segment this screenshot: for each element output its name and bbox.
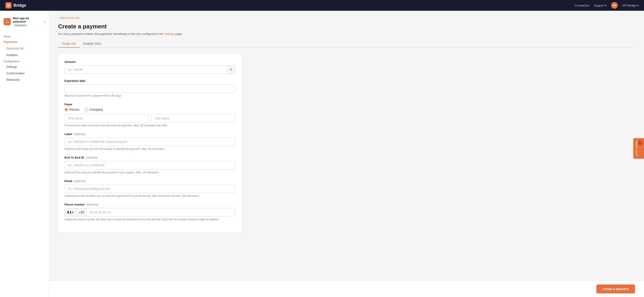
back-link[interactable]: ‹ Back to the list xyxy=(58,16,635,19)
phone-label: Phone number (Optional) xyxy=(64,203,236,206)
expiration-input[interactable]: 2025/02/13, 12:00 AM xyxy=(64,84,236,93)
whats-new-badge: 5 xyxy=(638,141,642,145)
create-payment-button[interactable]: Create a payment xyxy=(596,285,635,294)
phone-hint: Adding the phone number will allow you t… xyxy=(64,218,236,221)
e2e-field-group: End To End ID (Optional) Optional ID to … xyxy=(64,156,236,174)
payer-radio-group: Person Company xyxy=(64,108,236,111)
payer-label: Payer xyxy=(64,103,236,106)
label-input[interactable] xyxy=(64,138,236,146)
first-name-input[interactable] xyxy=(64,114,148,123)
label-optional: (Optional) xyxy=(74,133,86,136)
sidebar-item-payments-list[interactable]: Payments list xyxy=(0,45,49,52)
payer-company-label: Company xyxy=(90,108,103,111)
form-card: Amount € Expiration date 2025/02/13, 12:… xyxy=(58,54,242,233)
amount-input[interactable] xyxy=(65,65,227,74)
settings-link[interactable]: Settings xyxy=(164,32,174,35)
user-chevron-icon: ▾ xyxy=(637,4,639,7)
sidebar-home-item[interactable]: Home xyxy=(0,33,49,39)
label-hint: Payment label helps you and the sender t… xyxy=(64,147,236,151)
amount-label: Amount xyxy=(64,60,236,63)
user-avatar[interactable]: AB xyxy=(611,2,618,9)
e2e-input[interactable] xyxy=(64,161,236,170)
support-button[interactable]: Support ▾ xyxy=(594,4,607,7)
email-label: Email (Optional) xyxy=(64,179,236,183)
email-hint: Adding the email will allow you to send … xyxy=(64,194,236,198)
payer-person-input[interactable] xyxy=(64,108,68,111)
tab-multiple-links[interactable]: Multiple links xyxy=(80,40,105,48)
phone-flag-chevron-icon: ▾ xyxy=(72,211,74,214)
whats-new-widget[interactable]: 5 What's new? xyxy=(633,138,644,159)
top-navigation: Bridge Connectors Support ▾ AB API Bridg… xyxy=(0,0,644,11)
user-name-label: API Bridge xyxy=(622,4,636,7)
payer-person-label: Person xyxy=(69,108,79,111)
sidebar-item-analytics[interactable]: Analytics xyxy=(0,52,49,58)
sidebar: 🏪 Mon app de paiement Production ▾ Home … xyxy=(0,11,49,297)
email-optional: (Optional) xyxy=(74,180,86,183)
amount-suffix: € xyxy=(227,65,235,74)
phone-input[interactable] xyxy=(86,208,235,216)
label-label: Label (Optional) xyxy=(64,132,236,136)
phone-code: +33 xyxy=(76,208,86,216)
page-title: Create a payment xyxy=(58,23,635,30)
app-name: Mon app de paiement xyxy=(13,16,42,23)
e2e-optional: (Optional) xyxy=(86,156,98,159)
sidebar-item-customization[interactable]: Customization xyxy=(0,70,49,76)
tab-bar: Single link Multiple links xyxy=(58,40,635,48)
email-input[interactable] xyxy=(64,185,236,193)
phone-optional: (Optional) xyxy=(86,203,98,206)
phone-flag-icon: 🇫🇷 xyxy=(67,211,71,214)
support-chevron-icon: ▾ xyxy=(605,4,607,7)
expiration-field-group: Expiration date 2025/02/13, 12:00 AM Max… xyxy=(64,79,236,97)
page-description: For every payment created, the payments'… xyxy=(58,32,635,35)
connectors-link[interactable]: Connectors xyxy=(575,4,590,7)
last-name-input[interactable] xyxy=(151,114,236,123)
main-content: ‹ Back to the list Create a payment For … xyxy=(49,11,644,297)
sidebar-item-payments[interactable]: Payments xyxy=(0,39,49,45)
e2e-label: End To End ID (Optional) xyxy=(64,156,236,159)
support-label: Support xyxy=(594,4,604,7)
logo-text: Bridge xyxy=(14,3,26,8)
topnav-right: Connectors Support ▾ AB API Bridge ▾ xyxy=(575,2,639,9)
e2e-hint: Optional ID to help you identify the pay… xyxy=(64,171,236,174)
bottom-bar: Create a payment xyxy=(49,281,644,297)
expiration-hint: Maximum duration for a payment link is 9… xyxy=(64,94,236,97)
expiration-label: Expiration date xyxy=(64,79,236,82)
amount-input-wrap: € xyxy=(64,65,236,74)
name-row xyxy=(64,114,236,123)
payer-company-input[interactable] xyxy=(84,108,88,111)
sidebar-configuration-label: Configuration xyxy=(0,58,49,63)
app-env-badge: Production xyxy=(13,24,28,27)
user-initials: AB xyxy=(613,4,616,7)
phone-flag-selector[interactable]: 🇫🇷 ▾ xyxy=(65,208,76,216)
payer-company-radio[interactable]: Company xyxy=(84,108,103,111)
desc-prefix: For every payment created, the payments'… xyxy=(58,32,163,35)
label-field-group: Label (Optional) Payment label helps you… xyxy=(64,132,236,151)
logo-icon xyxy=(5,2,12,8)
logo[interactable]: Bridge xyxy=(5,2,26,8)
back-link-label: Back to the list xyxy=(60,16,80,19)
payer-field-group: Payer Person Company First and last name xyxy=(64,103,236,127)
email-field-group: Email (Optional) Adding the email will a… xyxy=(64,179,236,198)
back-arrow-icon: ‹ xyxy=(58,16,59,19)
user-name-button[interactable]: API Bridge ▾ xyxy=(622,4,639,7)
payer-person-radio[interactable]: Person xyxy=(64,108,79,111)
app-chevron-icon: ▾ xyxy=(44,20,46,23)
desc-suffix: page. xyxy=(176,32,183,35)
phone-row: 🇫🇷 ▾ +33 xyxy=(64,208,236,217)
whats-new-label: What's new? xyxy=(635,141,638,156)
app-icon: 🏪 xyxy=(4,18,11,25)
app-info: Mon app de paiement Production xyxy=(13,16,42,27)
name-hint: First and last name of person who will m… xyxy=(64,124,236,127)
layout: 🏪 Mon app de paiement Production ▾ Home … xyxy=(0,11,644,297)
tab-single-link[interactable]: Single link xyxy=(58,40,80,48)
amount-field-group: Amount € xyxy=(64,60,236,74)
sidebar-item-webhooks[interactable]: Webhooks xyxy=(0,76,49,83)
sidebar-item-settings[interactable]: Settings xyxy=(0,63,49,70)
app-selector[interactable]: 🏪 Mon app de paiement Production ▾ xyxy=(0,14,49,31)
phone-field-group: Phone number (Optional) 🇫🇷 ▾ +33 Adding … xyxy=(64,203,236,221)
